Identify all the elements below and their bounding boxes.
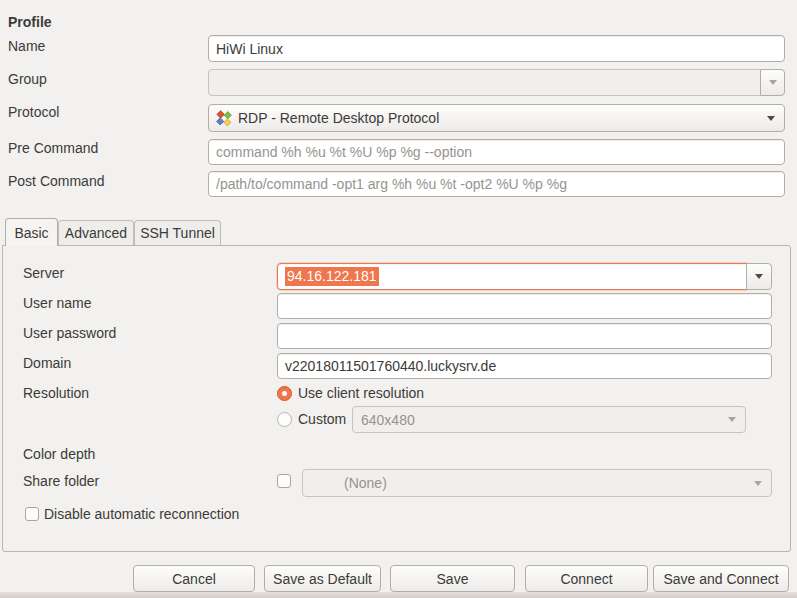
radio-custom-resolution-label: Custom (298, 411, 346, 428)
group-input[interactable] (208, 69, 761, 96)
group-dropdown-button[interactable] (760, 69, 785, 96)
share-folder-label: Share folder (23, 473, 99, 490)
protocol-dropdown[interactable]: RDP - Remote Desktop Protocol (208, 104, 785, 132)
connect-button-label: Connect (560, 571, 612, 587)
post-command-placeholder: /path/to/command -opt1 arg %h %u %t -opt… (216, 176, 567, 192)
domain-input[interactable]: v22018011501760440.luckysrv.de (277, 353, 772, 379)
name-label: Name (8, 38, 45, 55)
custom-resolution-dropdown[interactable]: 640x480 (352, 406, 746, 433)
password-label: User password (23, 325, 116, 342)
protocol-label: Protocol (8, 104, 59, 121)
username-input[interactable] (277, 293, 772, 319)
pre-command-label: Pre Command (8, 140, 98, 157)
pre-command-input[interactable]: command %h %u %t %U %p %g --option (208, 139, 785, 165)
disable-reconnect-label: Disable automatic reconnection (44, 506, 239, 523)
name-input[interactable]: HiWi Linux (208, 35, 785, 62)
server-input[interactable]: 94.16.122.181 (277, 263, 747, 290)
tab-ssh-tunnel-label: SSH Tunnel (140, 225, 215, 241)
save-button-label: Save (437, 571, 469, 587)
remote-connection-profile-dialog: Profile Name HiWi Linux Group Protocol R… (0, 0, 797, 598)
domain-label: Domain (23, 355, 71, 372)
cancel-button-label: Cancel (172, 571, 216, 587)
name-value: HiWi Linux (216, 41, 283, 57)
disable-reconnect-checkbox[interactable] (25, 507, 39, 521)
server-dropdown-button[interactable] (746, 263, 772, 290)
save-button[interactable]: Save (390, 565, 515, 592)
save-as-default-button[interactable]: Save as Default (264, 565, 381, 592)
domain-value: v22018011501760440.luckysrv.de (285, 358, 496, 374)
username-label: User name (23, 295, 91, 312)
save-and-connect-button-label: Save and Connect (663, 571, 778, 587)
radio-use-client-resolution[interactable] (277, 386, 292, 401)
save-as-default-button-label: Save as Default (273, 571, 372, 587)
radio-use-client-resolution-label: Use client resolution (298, 385, 424, 402)
color-depth-label: Color depth (23, 446, 95, 463)
connect-button[interactable]: Connect (525, 565, 648, 592)
rdp-four-diamonds-icon (216, 110, 232, 126)
dropdown-arrow-icon (767, 116, 775, 121)
share-folder-checkbox[interactable] (277, 474, 291, 488)
share-folder-value: (None) (303, 475, 750, 491)
tab-basic-label: Basic (14, 225, 48, 241)
dropdown-arrow-icon (755, 274, 763, 279)
profile-section-title: Profile (8, 14, 52, 31)
save-and-connect-button[interactable]: Save and Connect (653, 565, 789, 592)
tab-advanced[interactable]: Advanced (58, 220, 134, 245)
radio-custom-resolution[interactable] (277, 412, 292, 427)
tab-ssh-tunnel[interactable]: SSH Tunnel (134, 220, 221, 245)
cancel-button[interactable]: Cancel (133, 565, 255, 592)
dropdown-arrow-icon (728, 417, 736, 422)
resolution-label: Resolution (23, 385, 89, 402)
tab-basic[interactable]: Basic (5, 218, 58, 246)
post-command-label: Post Command (8, 173, 104, 190)
share-folder-dropdown[interactable]: (None) (302, 469, 772, 497)
post-command-input[interactable]: /path/to/command -opt1 arg %h %u %t -opt… (208, 171, 785, 197)
protocol-value: RDP - Remote Desktop Protocol (232, 110, 763, 126)
group-label: Group (8, 71, 47, 88)
dropdown-arrow-icon (754, 481, 762, 486)
custom-resolution-value: 640x480 (353, 412, 724, 428)
dropdown-arrow-icon (769, 80, 777, 85)
password-input[interactable] (277, 323, 772, 349)
tab-advanced-label: Advanced (65, 225, 127, 241)
window-bottom-edge (0, 592, 797, 598)
server-value: 94.16.122.181 (285, 267, 379, 286)
server-label: Server (23, 265, 64, 282)
pre-command-placeholder: command %h %u %t %U %p %g --option (216, 144, 472, 160)
